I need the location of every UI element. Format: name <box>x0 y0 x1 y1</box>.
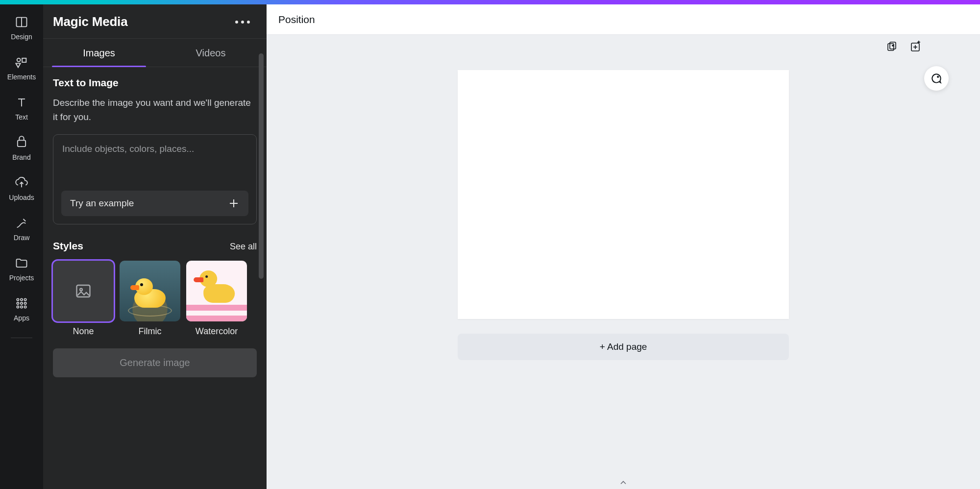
rail-label: Design <box>11 33 32 41</box>
rail-item-design[interactable]: Design <box>0 14 43 41</box>
rail-label: Draw <box>14 234 30 242</box>
svg-point-12 <box>17 302 19 304</box>
more-options-button[interactable] <box>233 19 252 25</box>
svg-rect-20 <box>77 285 90 297</box>
svg-point-10 <box>21 298 23 300</box>
style-caption: Watercolor <box>196 326 238 337</box>
tab-images[interactable]: Images <box>43 39 155 67</box>
apps-icon <box>14 295 29 311</box>
svg-point-17 <box>24 306 26 308</box>
top-gradient-bar <box>0 0 980 4</box>
dot-icon <box>235 21 238 24</box>
position-button[interactable]: Position <box>278 14 315 25</box>
generate-image-button[interactable]: Generate image <box>53 348 257 377</box>
svg-marker-4 <box>16 63 20 67</box>
svg-rect-3 <box>22 58 26 62</box>
svg-point-13 <box>21 302 23 304</box>
tab-videos[interactable]: Videos <box>155 39 267 67</box>
prompt-input-box[interactable]: Include objects, colors, places... Try a… <box>53 134 257 224</box>
panel-scrollbar[interactable] <box>259 53 264 357</box>
panel-title: Magic Media <box>53 14 127 29</box>
brand-icon <box>14 135 29 150</box>
add-page-button[interactable]: + Add page <box>458 334 789 360</box>
panel-body: Text to Image Describe the image you wan… <box>43 67 267 387</box>
svg-point-15 <box>17 306 19 308</box>
projects-icon <box>14 255 29 271</box>
scrollbar-thumb[interactable] <box>259 53 264 279</box>
plus-icon <box>228 197 240 209</box>
style-options: None Filmic Watercolor <box>53 261 257 337</box>
style-option-filmic[interactable]: Filmic <box>120 261 180 337</box>
rail-separator <box>11 338 32 338</box>
rail-item-text[interactable]: Text <box>0 95 43 121</box>
left-rail: Design Elements Text Brand Uploads <box>0 4 43 489</box>
svg-point-21 <box>80 288 82 291</box>
svg-point-9 <box>17 298 19 300</box>
svg-rect-7 <box>18 140 25 147</box>
style-thumb-watercolor <box>186 261 247 321</box>
elements-icon <box>14 54 29 70</box>
canvas-page[interactable] <box>458 70 789 319</box>
comment-fab[interactable] <box>924 66 949 91</box>
try-example-label: Try an example <box>70 198 134 209</box>
dot-icon <box>247 21 250 24</box>
page-navigator-toggle[interactable] <box>612 478 634 487</box>
rail-item-elements[interactable]: Elements <box>0 54 43 81</box>
rail-item-brand[interactable]: Brand <box>0 135 43 161</box>
dot-icon <box>241 21 244 24</box>
rail-item-projects[interactable]: Projects <box>0 255 43 282</box>
svg-point-11 <box>24 298 26 300</box>
design-icon <box>14 14 29 30</box>
svg-point-14 <box>24 302 26 304</box>
rail-item-draw[interactable]: Draw <box>0 215 43 242</box>
duplicate-page-icon[interactable] <box>886 41 898 54</box>
style-option-watercolor[interactable]: Watercolor <box>186 261 247 337</box>
style-thumb-filmic <box>120 261 180 321</box>
magic-media-panel: Magic Media Images Videos Text to Image … <box>43 4 267 489</box>
app-root: Design Elements Text Brand Uploads <box>0 4 980 489</box>
try-example-button[interactable]: Try an example <box>61 191 248 216</box>
main-area: Position + Add page <box>267 4 980 489</box>
panel-header: Magic Media <box>43 4 267 39</box>
styles-heading: Styles <box>53 240 83 252</box>
canvas-wrap: + Add page <box>267 35 980 489</box>
rail-label: Apps <box>14 314 29 322</box>
rail-label: Uploads <box>9 194 34 201</box>
style-thumb-none <box>53 261 114 321</box>
see-all-link[interactable]: See all <box>230 242 257 252</box>
rail-item-apps[interactable]: Apps <box>0 295 43 322</box>
rail-label: Brand <box>12 153 30 161</box>
page-actions <box>886 41 921 54</box>
rail-label: Projects <box>9 274 34 282</box>
text-to-image-description: Describe the image you want and we'll ge… <box>53 96 257 124</box>
top-toolbar: Position <box>267 4 980 35</box>
style-option-none[interactable]: None <box>53 261 114 337</box>
uploads-icon <box>14 175 29 191</box>
add-page-above-icon[interactable] <box>909 41 921 54</box>
style-caption: Filmic <box>139 326 162 337</box>
svg-point-16 <box>21 306 23 308</box>
text-icon <box>14 95 29 110</box>
panel-tabs: Images Videos <box>43 39 267 67</box>
style-caption: None <box>73 326 94 337</box>
prompt-placeholder: Include objects, colors, places... <box>61 143 248 154</box>
text-to-image-heading: Text to Image <box>53 77 257 89</box>
draw-icon <box>14 215 29 231</box>
styles-header: Styles See all <box>53 240 257 252</box>
rail-item-uploads[interactable]: Uploads <box>0 175 43 201</box>
svg-point-2 <box>17 58 21 62</box>
rail-label: Elements <box>7 73 36 81</box>
rail-label: Text <box>15 113 28 121</box>
